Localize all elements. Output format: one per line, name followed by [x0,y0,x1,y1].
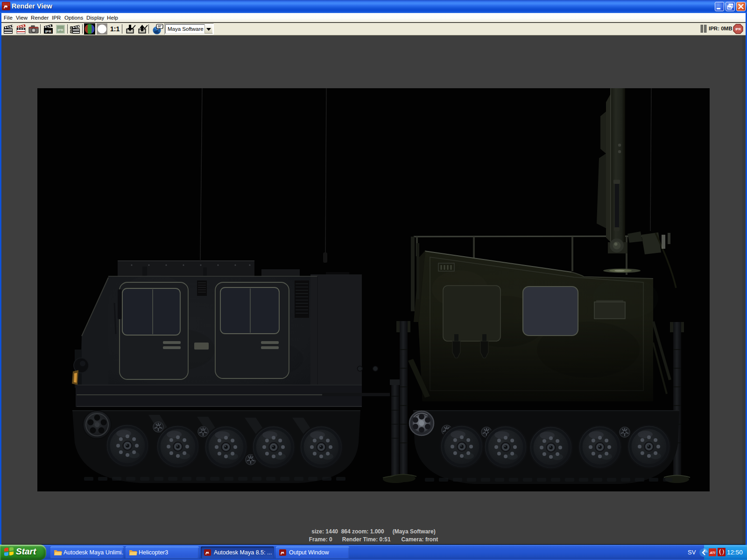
svg-text:IPR: IPR [45,29,52,34]
svg-text:ATI: ATI [709,551,715,555]
svg-text:IPR: IPR [735,28,741,31]
svg-text:IPR: IPR [57,28,63,32]
